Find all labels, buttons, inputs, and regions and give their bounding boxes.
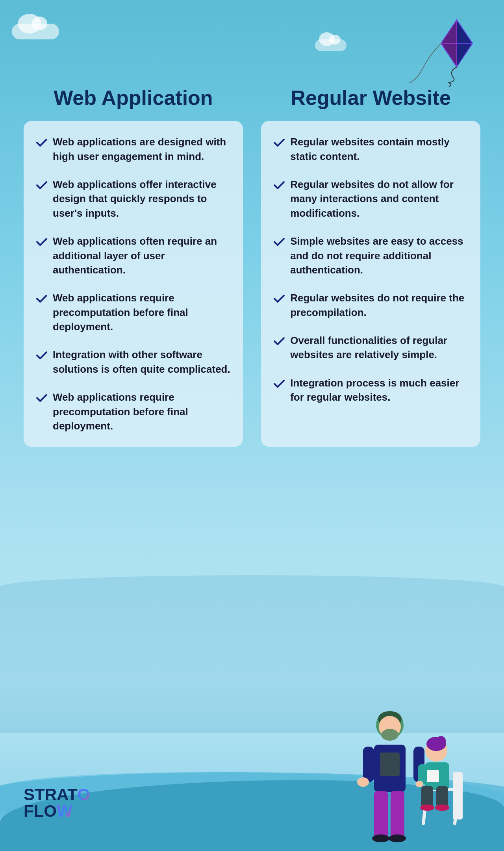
svg-point-10 [357,777,369,787]
webapp-list-item: Web applications require precomputation … [35,291,231,334]
svg-rect-23 [421,786,433,808]
webapp-column-header: Web Application [24,87,243,109]
check-icon [273,377,285,390]
website-title: Regular Website [261,87,480,109]
webapp-list-item: Web applications often require an additi… [35,234,231,277]
webapp-list-item: Web applications require precomputation … [35,390,231,433]
logo-line1: STRATO [24,786,90,803]
check-icon [273,179,285,191]
svg-point-29 [415,781,423,787]
svg-rect-12 [391,791,404,838]
webapp-item-text: Web applications offer interactive desig… [53,177,231,220]
check-icon [35,236,48,248]
website-list-item: Integration process is much easier for r… [273,376,469,405]
people-illustration [335,693,472,843]
logo: STRATO FLOW [24,786,90,819]
check-icon [35,349,48,362]
website-column-header: Regular Website [261,87,480,109]
check-icon [273,136,285,149]
check-icon [273,335,285,347]
svg-point-26 [435,805,449,811]
website-item-text: Integration process is much easier for r… [290,376,469,405]
website-item-text: Regular websites do not allow for many i… [290,177,469,220]
logo-text: STRATO FLOW [24,786,90,819]
svg-point-13 [372,834,389,842]
check-icon [273,236,285,248]
main-content: Web Application Regular Website Web appl… [0,0,504,463]
svg-point-21 [436,736,446,745]
website-list-item: Regular websites do not allow for many i… [273,177,469,220]
svg-point-5 [381,729,398,741]
svg-point-25 [420,805,434,811]
webapp-item-text: Integration with other software solution… [53,347,231,376]
check-icon [35,136,48,149]
webapp-item-text: Web applications are designed with high … [53,135,231,164]
svg-rect-24 [436,786,448,808]
website-item-text: Overall functionalities of regular websi… [290,333,469,362]
logo-line2: FLOW [24,803,90,819]
svg-rect-11 [374,791,388,838]
check-icon [273,292,285,305]
website-list-item: Regular websites contain mostly static c… [273,135,469,164]
check-icon [35,179,48,191]
webapp-item-text: Web applications require precomputation … [53,390,231,433]
website-item-text: Regular websites contain mostly static c… [290,135,469,164]
webapp-list-item: Integration with other software solution… [35,347,231,376]
headers-row: Web Application Regular Website [24,87,480,109]
website-list-item: Overall functionalities of regular websi… [273,333,469,362]
webapp-card: Web applications are designed with high … [24,121,243,447]
webapp-list-item: Web applications offer interactive desig… [35,177,231,220]
webapp-title: Web Application [24,87,243,109]
svg-rect-8 [363,747,374,782]
cards-row: Web applications are designed with high … [24,121,480,447]
webapp-item-text: Web applications require precomputation … [53,291,231,334]
check-icon [35,292,48,305]
website-list-item: Regular websites do not require the prec… [273,291,469,320]
svg-point-14 [389,834,406,842]
website-item-text: Regular websites do not require the prec… [290,291,469,320]
website-list-item: Simple websites are easy to access and d… [273,234,469,277]
svg-rect-7 [380,753,400,776]
website-card: Regular websites contain mostly static c… [261,121,480,447]
webapp-list-item: Web applications are designed with high … [35,135,231,164]
website-item-text: Simple websites are easy to access and d… [290,234,469,277]
webapp-item-text: Web applications often require an additi… [53,234,231,277]
check-icon [35,392,48,404]
